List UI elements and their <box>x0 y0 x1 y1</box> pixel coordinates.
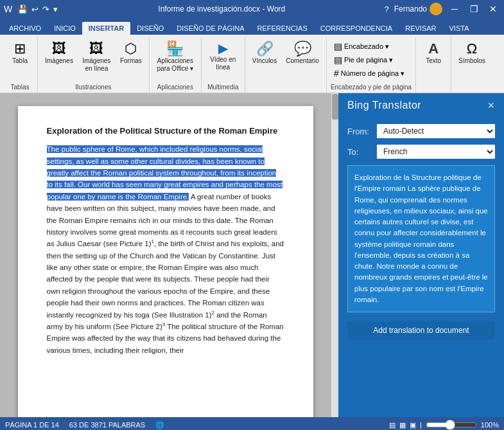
translator-body: From: Auto-Detect English Spanish French… <box>338 116 504 417</box>
vinculos-icon: 🔗 <box>256 42 274 56</box>
imagenes-icon: 🖼 <box>52 42 66 56</box>
pie-pagina-label: Pie de página ▾ <box>344 56 393 64</box>
imagenes-linea-button[interactable]: 🖼 Imágenes en línea <box>79 40 114 75</box>
ribbon-group-texto-label <box>420 89 447 93</box>
simbolos-label: Símbolos <box>458 57 485 65</box>
ribbon-group-multimedia-label: Multimedia <box>205 82 241 93</box>
video-label: Vídeo en línea <box>209 56 238 71</box>
ribbon-group-encabezado-content: ▤ Encabezado ▾ ▤ Pie de página ▾ # Númer… <box>331 37 412 82</box>
user-area[interactable]: Fernando <box>394 3 442 15</box>
texto-icon: A <box>428 42 439 56</box>
pie-pagina-button[interactable]: ▤ Pie de página ▾ <box>331 53 396 66</box>
comentario-button[interactable]: 💬 Comentario <box>282 40 322 67</box>
view-print-icon[interactable]: ▤ <box>389 421 395 429</box>
comentario-icon: 💬 <box>294 42 311 56</box>
ribbon-group-simbolos-label <box>455 89 489 93</box>
tab-diseno[interactable]: DISEÑO <box>130 22 170 35</box>
user-name: Fernando <box>394 4 427 13</box>
ribbon-group-tablas: ⊞ Tabla Tablas <box>3 37 38 93</box>
document-page: Exploration of the Political Structure o… <box>18 106 313 417</box>
ribbon-group-multimedia-content: ▶ Vídeo en línea <box>205 37 241 82</box>
video-button[interactable]: ▶ Vídeo en línea <box>205 40 241 73</box>
texto-button[interactable]: A Texto <box>420 40 447 67</box>
translator-from-select[interactable]: Auto-Detect English Spanish French Germa… <box>377 124 495 138</box>
translator-header: Bing Translator ✕ <box>338 93 504 116</box>
ribbon-group-simbolos: Ω Símbolos <box>451 37 492 93</box>
ribbon-group-vinculos-content: 🔗 Vínculos 💬 Comentario <box>249 37 322 89</box>
pie-pagina-icon: ▤ <box>334 55 342 65</box>
zoom-level: 100% <box>481 421 499 429</box>
selected-text: The public sphere of Rome, which include… <box>47 145 283 201</box>
document-body[interactable]: The public sphere of Rome, which include… <box>47 143 284 356</box>
page-info: PÁGINA 1 DE 14 <box>5 421 59 429</box>
imagenes-linea-icon: 🖼 <box>89 42 103 56</box>
tab-disenopagina[interactable]: DISEÑO DE PÁGINA <box>170 22 250 35</box>
quick-access-dropdown[interactable]: ▾ <box>52 3 59 15</box>
imagenes-button[interactable]: 🖼 Imágenes <box>42 40 76 67</box>
video-icon: ▶ <box>218 42 228 55</box>
translator-output: Exploration de la Structure politique de… <box>347 165 495 312</box>
document-area: Exploration of the Political Structure o… <box>0 93 331 417</box>
simbolos-icon: Ω <box>467 42 477 56</box>
translator-to-row: To: French English Spanish German Italia… <box>347 145 495 159</box>
imagenes-label: Imágenes <box>45 57 73 65</box>
user-avatar <box>430 3 442 15</box>
tab-inicio[interactable]: INICIO <box>48 22 82 35</box>
ribbon: ⊞ Tabla Tablas 🖼 Imágenes 🖼 Imágenes en … <box>0 35 504 93</box>
numero-pagina-button[interactable]: # Número de página ▾ <box>331 67 408 80</box>
minimize-button[interactable]: ─ <box>448 2 462 16</box>
simbolos-button[interactable]: Ω Símbolos <box>455 40 489 67</box>
title-bar-right: ? Fernando ─ ❐ ✕ <box>384 2 500 16</box>
ribbon-group-vinculos-label <box>249 89 322 93</box>
ribbon-group-aplicaciones: 🏪 Aplicaciones para Office ▾ Aplicacione… <box>150 37 202 93</box>
tabla-label: Tabla <box>12 57 28 65</box>
ribbon-group-texto: A Texto <box>416 37 451 93</box>
vertical-scrollbar[interactable] <box>331 93 338 417</box>
tab-referencias[interactable]: REFERENCIAS <box>251 22 314 35</box>
tab-revisar[interactable]: REVISAR <box>399 22 442 35</box>
status-right: ▤ ▦ ▣ | 100% <box>389 420 499 430</box>
apps-button[interactable]: 🏪 Aplicaciones para Office ▾ <box>153 40 197 75</box>
redo-button[interactable]: ↷ <box>41 3 51 15</box>
translated-text: Exploration de la Structure politique de… <box>354 174 488 303</box>
restore-button[interactable]: ❐ <box>467 2 481 16</box>
translator-to-select[interactable]: French English Spanish German Italian <box>377 145 495 159</box>
scroll-thumb[interactable] <box>332 94 338 120</box>
formas-icon: ⬡ <box>125 42 137 56</box>
help-icon[interactable]: ? <box>384 4 388 14</box>
vinculos-button[interactable]: 🔗 Vínculos <box>249 40 280 67</box>
ribbon-group-encabezado: ▤ Encabezado ▾ ▤ Pie de página ▾ # Númer… <box>327 37 416 93</box>
view-web-icon[interactable]: ▦ <box>399 421 406 429</box>
view-read-icon[interactable]: ▣ <box>410 421 416 429</box>
ribbon-group-ilustraciones-content: 🖼 Imágenes 🖼 Imágenes en línea ⬡ Formas <box>42 37 145 82</box>
tab-vista[interactable]: VISTA <box>443 22 476 35</box>
add-translation-button[interactable]: Add translation to document <box>347 321 495 339</box>
tab-correspondencia[interactable]: CORRESPONDENCIA <box>314 22 399 35</box>
translator-to-label: To: <box>347 147 370 157</box>
ribbon-group-ilustraciones: 🖼 Imágenes 🖼 Imágenes en línea ⬡ Formas … <box>38 37 150 93</box>
ribbon-group-aplicaciones-label: Aplicaciones <box>153 82 197 93</box>
tabla-icon: ⊞ <box>14 42 26 56</box>
translator-title: Bing Translator <box>347 100 421 111</box>
tab-insertar[interactable]: INSERTAR <box>82 22 130 35</box>
translator-close-button[interactable]: ✕ <box>487 100 495 111</box>
translator-panel: Bing Translator ✕ From: Auto-Detect Engl… <box>338 93 504 417</box>
status-bar: PÁGINA 1 DE 14 63 DE 3871 PALABRAS 🌐 ▤ ▦… <box>0 417 504 430</box>
ribbon-group-vinculos: 🔗 Vínculos 💬 Comentario <box>245 37 327 93</box>
save-button[interactable]: 💾 <box>16 3 29 15</box>
tab-archivo[interactable]: ARCHIVO <box>3 22 48 35</box>
ribbon-group-tablas-label: Tablas <box>6 82 33 93</box>
encabezado-label: Encabezado ▾ <box>344 42 389 51</box>
main-area: Exploration of the Political Structure o… <box>0 93 504 417</box>
close-button[interactable]: ✕ <box>486 2 500 16</box>
apps-icon: 🏪 <box>166 42 184 56</box>
numero-pagina-icon: # <box>334 68 339 78</box>
tabla-button[interactable]: ⊞ Tabla <box>6 40 33 67</box>
document-title: Exploration of the Political Structure o… <box>47 125 284 137</box>
zoom-slider[interactable] <box>426 420 477 430</box>
formas-button[interactable]: ⬡ Formas <box>117 40 145 67</box>
encabezado-button[interactable]: ▤ Encabezado ▾ <box>331 40 392 53</box>
apps-label: Aplicaciones para Office ▾ <box>157 57 194 73</box>
ribbon-group-encabezado-label: Encabezado y pie de página <box>331 82 412 93</box>
undo-button[interactable]: ↩ <box>30 3 40 15</box>
